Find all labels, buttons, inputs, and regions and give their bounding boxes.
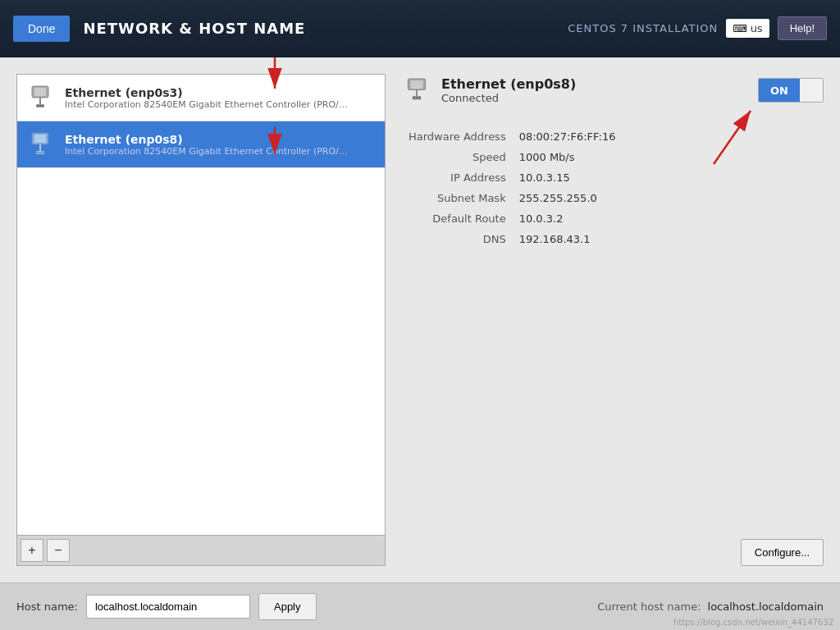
- network-detail-panel: Ethernet (enp0s8) Connected ON Hardware …: [402, 74, 824, 566]
- detail-row: DNS192.168.43.1: [402, 229, 824, 249]
- ethernet-icon-enp0s8: [25, 128, 55, 161]
- detail-field-label: Subnet Mask: [402, 188, 513, 208]
- detail-field-value: 255.255.255.0: [513, 188, 824, 208]
- watermark: https://blog.csdn.net/weixin_44147632: [673, 618, 833, 627]
- svg-rect-15: [411, 80, 423, 89]
- network-name-enp0s8: Ethernet (enp0s8): [65, 133, 352, 146]
- detail-row: Hardware Address08:00:27:F6:FF:16: [402, 126, 824, 147]
- help-button[interactable]: Help!: [778, 16, 827, 40]
- remove-network-button[interactable]: −: [47, 539, 70, 562]
- ethernet-icon-enp0s3: [25, 81, 55, 114]
- configure-button[interactable]: Configure...: [741, 539, 824, 566]
- detail-field-value: 1000 Mb/s: [513, 147, 824, 167]
- detail-table: Hardware Address08:00:27:F6:FF:16Speed10…: [402, 126, 824, 249]
- network-item-enp0s8[interactable]: Ethernet (enp0s8) Intel Corporation 8254…: [17, 121, 385, 168]
- hostname-label: Host name:: [16, 600, 78, 613]
- network-desc-enp0s8: Intel Corporation 82540EM Gigabit Ethern…: [65, 146, 352, 157]
- network-name-enp0s3: Ethernet (enp0s3): [65, 86, 352, 99]
- detail-title-text: Ethernet (enp0s8) Connected: [441, 76, 576, 104]
- main-content: Ethernet (enp0s3) Intel Corporation 8254…: [0, 57, 840, 630]
- svg-rect-12: [39, 152, 41, 153]
- svg-rect-1: [34, 88, 46, 96]
- header-left: Done NETWORK & HOST NAME: [13, 16, 305, 42]
- network-info-enp0s8: Ethernet (enp0s8) Intel Corporation 8254…: [65, 133, 352, 157]
- detail-row: Subnet Mask255.255.255.0: [402, 188, 824, 208]
- detail-name: Ethernet (enp0s8): [441, 76, 576, 92]
- current-host-value: localhost.localdomain: [708, 600, 824, 613]
- network-list-panel: Ethernet (enp0s3) Intel Corporation 8254…: [16, 74, 386, 566]
- detail-field-value: 10.0.3.2: [513, 208, 824, 229]
- hostname-left: Host name: Apply: [16, 593, 317, 620]
- network-list: Ethernet (enp0s3) Intel Corporation 8254…: [16, 74, 386, 536]
- svg-rect-8: [34, 135, 46, 143]
- detail-header: Ethernet (enp0s8) Connected ON: [402, 74, 824, 107]
- header: Done NETWORK & HOST NAME CENTOS 7 INSTAL…: [0, 0, 840, 57]
- detail-row: Default Route10.0.3.2: [402, 208, 824, 229]
- detail-row: IP Address10.0.3.15: [402, 167, 824, 188]
- detail-field-value: 08:00:27:F6:FF:16: [513, 126, 824, 147]
- content-area: Ethernet (enp0s3) Intel Corporation 8254…: [0, 57, 840, 582]
- svg-rect-5: [39, 105, 41, 107]
- svg-rect-13: [42, 152, 43, 153]
- toggle-on[interactable]: ON: [759, 79, 800, 102]
- svg-rect-19: [416, 97, 418, 98]
- svg-rect-4: [37, 105, 39, 107]
- done-button[interactable]: Done: [13, 16, 70, 42]
- detail-field-label: IP Address: [402, 167, 513, 188]
- detail-title-area: Ethernet (enp0s8) Connected: [402, 74, 576, 107]
- svg-rect-6: [42, 105, 43, 107]
- detail-status: Connected: [441, 92, 576, 104]
- svg-rect-18: [413, 97, 415, 98]
- detail-field-label: Default Route: [402, 208, 513, 229]
- hostname-input[interactable]: [86, 595, 250, 619]
- detail-field-label: Speed: [402, 147, 513, 167]
- detail-field-label: Hardware Address: [402, 126, 513, 147]
- hostname-right: Current host name: localhost.localdomain: [597, 600, 824, 613]
- svg-rect-11: [37, 152, 39, 153]
- detail-row: Speed1000 Mb/s: [402, 147, 824, 167]
- apply-button[interactable]: Apply: [258, 593, 317, 620]
- network-info-enp0s3: Ethernet (enp0s3) Intel Corporation 8254…: [65, 86, 352, 110]
- ethernet-detail-icon: [402, 74, 431, 107]
- list-controls: + −: [16, 536, 386, 566]
- svg-rect-20: [418, 97, 420, 98]
- toggle-switch[interactable]: ON: [758, 78, 824, 103]
- network-item-enp0s3[interactable]: Ethernet (enp0s3) Intel Corporation 8254…: [17, 75, 385, 121]
- add-network-button[interactable]: +: [21, 539, 43, 562]
- current-host-label: Current host name:: [597, 600, 701, 613]
- detail-field-value: 10.0.3.15: [513, 167, 824, 188]
- keyboard-value: us: [751, 22, 763, 34]
- page-title: NETWORK & HOST NAME: [83, 20, 305, 37]
- keyboard-input: ⌨ us: [726, 19, 769, 38]
- detail-field-label: DNS: [402, 229, 513, 249]
- network-desc-enp0s3: Intel Corporation 82540EM Gigabit Ethern…: [65, 99, 352, 110]
- toggle-off[interactable]: [800, 79, 823, 102]
- centos-label: CENTOS 7 INSTALLATION: [568, 22, 718, 34]
- header-right: CENTOS 7 INSTALLATION ⌨ us Help!: [568, 16, 827, 40]
- keyboard-icon: ⌨: [733, 23, 746, 34]
- detail-field-value: 192.168.43.1: [513, 229, 824, 249]
